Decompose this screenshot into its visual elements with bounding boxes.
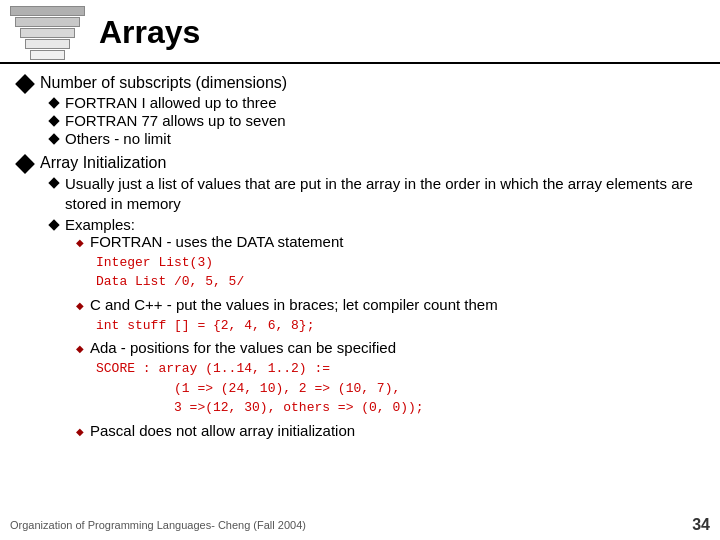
list-item: FORTRAN I allowed up to three	[50, 94, 702, 111]
section-subscripts: Number of subscripts (dimensions) FORTRA…	[18, 74, 702, 148]
sub-item-text: Examples:	[65, 216, 135, 233]
list-item: ◆ Ada - positions for the values can be …	[76, 339, 498, 421]
sub-bullet-icon	[48, 97, 59, 108]
sub-bullet-icon	[48, 219, 59, 230]
sub-list-subscripts: FORTRAN I allowed up to three FORTRAN 77…	[40, 94, 702, 147]
section-heading: Array Initialization	[40, 154, 702, 172]
sub-item-text: Pascal does not allow array initializati…	[90, 422, 355, 439]
sub-item-text: FORTRAN - uses the DATA statement	[90, 233, 343, 250]
list-item: ◆ C and C++ - put the values in braces; …	[76, 296, 498, 339]
sub-item-text: Others - no limit	[65, 130, 171, 147]
logo-icon	[10, 6, 85, 58]
code-block-ada: SCORE : array (1..14, 1..2) := (1 => (24…	[96, 359, 424, 418]
sub-item-text: Ada - positions for the values can be sp…	[90, 339, 396, 356]
page-number: 34	[692, 516, 710, 534]
code-block-c: int stuff [] = {2, 4, 6, 8};	[96, 316, 314, 336]
sub-item-text: FORTRAN 77 allows up to seven	[65, 112, 286, 129]
list-item: Others - no limit	[50, 130, 702, 147]
section-initialization: Array Initialization Usually just a list…	[18, 154, 702, 441]
list-item: FORTRAN 77 allows up to seven	[50, 112, 702, 129]
footer: Organization of Programming Languages- C…	[0, 516, 720, 534]
sub-item-text: Usually just a list of values that are p…	[65, 174, 702, 215]
list-item: ◆ FORTRAN - uses the DATA statement Inte…	[76, 233, 498, 295]
code-block-fortran: Integer List(3)Data List /0, 5, 5/	[96, 253, 244, 292]
sub-item-text: FORTRAN I allowed up to three	[65, 94, 276, 111]
list-item: Usually just a list of values that are p…	[50, 174, 702, 215]
list-item-examples: Examples: ◆ FORTRAN - uses the DATA stat…	[50, 216, 702, 440]
page-title: Arrays	[99, 14, 200, 51]
sub-bullet-icon	[48, 133, 59, 144]
sub-list-init: Usually just a list of values that are p…	[40, 174, 702, 440]
sub-item-text: C and C++ - put the values in braces; le…	[90, 296, 498, 313]
diamond-icon: ◆	[76, 300, 84, 311]
bullet-icon	[15, 74, 35, 94]
diamond-icon: ◆	[76, 237, 84, 248]
sub-bullet-icon	[48, 115, 59, 126]
sub-sub-list: ◆ FORTRAN - uses the DATA statement Inte…	[50, 233, 498, 440]
main-content: Number of subscripts (dimensions) FORTRA…	[0, 64, 720, 453]
sub-bullet-icon	[48, 177, 59, 188]
diamond-icon: ◆	[76, 343, 84, 354]
section-heading: Number of subscripts (dimensions)	[40, 74, 702, 92]
top-bar: Arrays	[0, 0, 720, 64]
footer-course: Organization of Programming Languages- C…	[10, 519, 306, 531]
diamond-icon: ◆	[76, 426, 84, 437]
bullet-icon	[15, 154, 35, 174]
list-item: ◆ Pascal does not allow array initializa…	[76, 422, 498, 439]
